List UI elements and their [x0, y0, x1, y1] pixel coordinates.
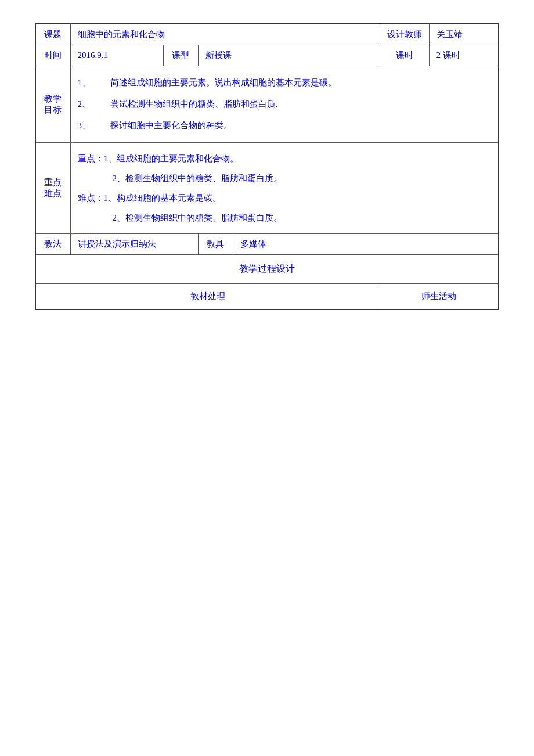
content-tools: 多媒体 [233, 234, 499, 255]
content-key-difficult: 重点：1、组成细胞的主要元素和化合物。 2、检测生物组织中的糖类、脂肪和蛋白质。… [70, 143, 499, 234]
label-objectives: 教学 目标 [35, 66, 70, 143]
content-hours: 2 课时 [429, 45, 499, 66]
difficult-point-2: 2、检测生物组织中的糖类、脂肪和蛋白质。 [78, 209, 492, 226]
row-teaching-process-header: 教学过程设计 [35, 255, 499, 284]
objective-item-1: 1、 简述组成细胞的主要元素。说出构成细胞的基本元素是碳。 [78, 73, 492, 92]
row-subject: 课题 细胞中的元素和化合物 设计教师 关玉靖 [35, 24, 499, 45]
label-subject: 课题 [35, 24, 70, 45]
col-textbook-handling: 教材处理 [35, 284, 380, 310]
content-time: 2016.9.1 [70, 45, 163, 66]
key-point-2: 2、检测生物组织中的糖类、脂肪和蛋白质。 [78, 170, 492, 187]
content-objectives: 1、 简述组成细胞的主要元素。说出构成细胞的基本元素是碳。 2、 尝试检测生物组… [70, 66, 499, 143]
label-hours: 课时 [380, 45, 429, 66]
row-objectives: 教学 目标 1、 简述组成细胞的主要元素。说出构成细胞的基本元素是碳。 2、 尝… [35, 66, 499, 143]
row-key-difficult: 重点 难点 重点：1、组成细胞的主要元素和化合物。 2、检测生物组织中的糖类、脂… [35, 143, 499, 234]
lesson-plan-table: 课题 细胞中的元素和化合物 设计教师 关玉靖 时间 2016.9.1 课型 新授… [35, 23, 499, 310]
teaching-process-title: 教学过程设计 [35, 255, 499, 284]
label-key-difficult: 重点 难点 [35, 143, 70, 234]
label-type: 课型 [163, 45, 198, 66]
content-type: 新授课 [198, 45, 380, 66]
row-method: 教法 讲授法及演示归纳法 教具 多媒体 [35, 234, 499, 255]
label-time: 时间 [35, 45, 70, 66]
objective-item-3: 3、 探讨细胞中主要化合物的种类。 [78, 116, 492, 135]
row-time: 时间 2016.9.1 课型 新授课 课时 2 课时 [35, 45, 499, 66]
key-point-1: 重点：1、组成细胞的主要元素和化合物。 [78, 150, 492, 167]
content-subject: 细胞中的元素和化合物 [70, 24, 380, 45]
content-method: 讲授法及演示归纳法 [70, 234, 198, 255]
content-designer: 关玉靖 [429, 24, 499, 45]
col-teacher-student-activity: 师生活动 [380, 284, 499, 310]
label-method: 教法 [35, 234, 70, 255]
label-tools: 教具 [198, 234, 233, 255]
label-designer: 设计教师 [380, 24, 429, 45]
row-sub-header: 教材处理 师生活动 [35, 284, 499, 310]
difficult-point-1: 难点：1、构成细胞的基本元素是碳。 [78, 189, 492, 207]
objective-item-2: 2、 尝试检测生物组织中的糖类、脂肪和蛋白质. [78, 95, 492, 114]
